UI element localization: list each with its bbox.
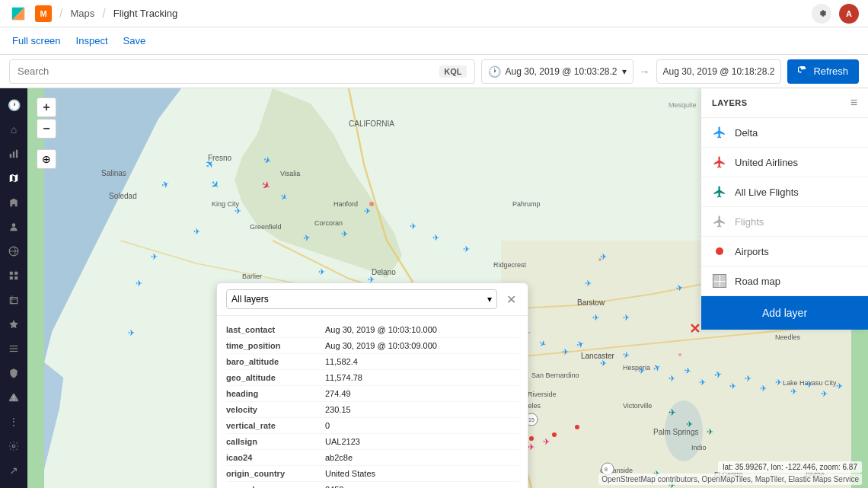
save-link[interactable]: Save xyxy=(123,35,146,46)
svg-text:✈: ✈ xyxy=(341,229,348,238)
popup-val: 0 xyxy=(325,421,330,430)
svg-text:Barstow: Barstow xyxy=(577,298,605,307)
svg-text:✈: ✈ xyxy=(669,407,676,418)
popup-close-button[interactable]: ✕ xyxy=(503,292,519,307)
add-layer-button[interactable]: Add layer xyxy=(701,296,868,330)
popup-key: geo_altitude xyxy=(226,373,325,382)
nav-divider: / xyxy=(59,7,62,21)
sidebar-icon-building[interactable] xyxy=(3,192,24,213)
layer-item-airports[interactable]: Airports xyxy=(701,237,868,266)
popup-row-squawk: squawk 2450 xyxy=(226,482,519,488)
popup-key: velocity xyxy=(226,405,325,414)
sidebar-icon-settings[interactable] xyxy=(3,435,24,457)
popup-row-vertical: vertical_rate 0 xyxy=(226,418,519,434)
layer-label-delta: Delta xyxy=(735,127,758,139)
layer-select[interactable]: All layers ▾ xyxy=(226,289,497,309)
svg-rect-3 xyxy=(13,152,14,158)
svg-text:Victorville: Victorville xyxy=(623,402,652,410)
zoom-out-button[interactable]: − xyxy=(37,119,56,139)
sidebar-icon-dots[interactable]: ⋮ xyxy=(3,411,24,432)
svg-rect-8 xyxy=(14,272,18,275)
svg-text:✈: ✈ xyxy=(193,227,200,236)
time-filter-end[interactable]: Aug 30, 2019 @ 10:18:28.2 xyxy=(656,59,782,84)
layer-label-united: United Airlines xyxy=(735,157,798,168)
svg-text:✈: ✈ xyxy=(775,378,782,387)
layer-item-flights[interactable]: Flights xyxy=(701,207,868,237)
svg-text:✈: ✈ xyxy=(836,381,843,391)
popup-row-country: origin_country United States xyxy=(226,466,519,482)
svg-point-69 xyxy=(575,425,579,429)
sidebar-icon-shield[interactable] xyxy=(3,362,24,384)
page-title: Flight Tracking xyxy=(113,8,178,19)
sidebar-icon-book[interactable] xyxy=(3,289,24,311)
layers-menu-icon[interactable]: ≡ xyxy=(850,96,857,110)
popup-key: callsign xyxy=(226,437,325,446)
search-input[interactable] xyxy=(18,65,439,77)
popup-val: UAL2123 xyxy=(325,437,360,446)
popup-row-time-position: time_position Aug 30, 2019 @ 10:03:09.00… xyxy=(226,338,519,354)
popup-row-heading: heading 274.49 xyxy=(226,386,519,402)
refresh-button[interactable]: Refresh xyxy=(787,59,859,84)
user-avatar[interactable]: A xyxy=(839,4,859,24)
svg-text:✈: ✈ xyxy=(235,206,241,215)
popup-key: origin_country xyxy=(226,469,325,478)
sidebar-icon-grid[interactable] xyxy=(3,265,24,286)
layer-item-roadmap[interactable]: Road map xyxy=(701,266,868,296)
fullscreen-link[interactable]: Full screen xyxy=(12,35,61,46)
zoom-in-button[interactable]: + xyxy=(37,97,56,117)
svg-point-67 xyxy=(529,436,534,441)
svg-text:✈: ✈ xyxy=(760,384,767,393)
svg-rect-12 xyxy=(10,348,18,349)
compass-control[interactable]: ⊕ xyxy=(37,149,56,169)
svg-text:✈: ✈ xyxy=(318,267,325,276)
svg-text:✈: ✈ xyxy=(729,381,736,391)
layer-item-all-live[interactable]: All Live Flights xyxy=(701,177,868,207)
svg-text:✈: ✈ xyxy=(432,233,439,242)
kql-badge[interactable]: KQL xyxy=(439,65,466,78)
layers-title: LAYERS xyxy=(712,98,748,107)
svg-text:✈: ✈ xyxy=(638,366,645,375)
sidebar-icon-star[interactable] xyxy=(3,314,24,335)
svg-text:Corcoran: Corcoran xyxy=(314,219,343,227)
sidebar-icon-map[interactable] xyxy=(3,167,24,189)
layer-item-united[interactable]: United Airlines xyxy=(701,148,868,177)
popup-key: squawk xyxy=(226,485,325,488)
app-icon: M xyxy=(35,5,52,22)
popup-key: time_position xyxy=(226,341,325,350)
svg-text:Lancaster: Lancaster xyxy=(581,352,615,360)
svg-text:✈: ✈ xyxy=(585,279,592,288)
svg-rect-11 xyxy=(10,346,18,346)
svg-text:CALIFORNIA: CALIFORNIA xyxy=(349,120,394,128)
popup-row-geo: geo_altitude 11,574.78 xyxy=(226,370,519,386)
plane-icon-delta xyxy=(712,125,727,140)
svg-point-16 xyxy=(12,445,15,448)
layer-item-delta[interactable]: Delta xyxy=(701,118,868,148)
popup-val: Aug 30, 2019 @ 10:03:09.000 xyxy=(325,341,437,350)
sidebar-icon-arrow[interactable]: ↗ xyxy=(3,460,24,481)
svg-text:✈: ✈ xyxy=(707,427,713,436)
sidebar-icon-home[interactable]: ⌂ xyxy=(3,119,24,140)
popup-key: baro_altitude xyxy=(226,357,325,366)
sidebar-icon-globe[interactable] xyxy=(3,241,24,262)
sidebar-icon-alert[interactable] xyxy=(3,387,24,408)
svg-text:Indio: Indio xyxy=(691,444,707,451)
settings-button[interactable] xyxy=(812,4,831,24)
svg-text:Palm Springs: Palm Springs xyxy=(653,428,698,436)
map-area[interactable]: Salinas Soledad Fresno CALIFORNIA King C… xyxy=(27,88,868,488)
sidebar-icon-list[interactable] xyxy=(3,338,24,359)
sidebar-icon-person[interactable] xyxy=(3,216,24,238)
svg-text:8: 8 xyxy=(605,467,608,472)
svg-text:Barlier: Barlier xyxy=(242,273,262,280)
svg-text:Soledad: Soledad xyxy=(109,192,137,200)
inspect-link[interactable]: Inspect xyxy=(76,35,108,46)
search-wrap: KQL xyxy=(9,59,475,84)
nav-maps[interactable]: Maps xyxy=(70,8,94,19)
sidebar-icon-chart[interactable] xyxy=(3,143,24,164)
sidebar-icon-clock[interactable]: 🕐 xyxy=(3,94,24,116)
svg-text:✕: ✕ xyxy=(689,321,700,336)
svg-text:✈: ✈ xyxy=(410,222,416,231)
svg-rect-7 xyxy=(10,272,13,275)
time-filter-start[interactable]: 🕐 Aug 30, 2019 @ 10:03:28.2 ▾ xyxy=(481,59,633,84)
top-bar: M / Maps / Flight Tracking A xyxy=(0,0,868,27)
svg-text:✈: ✈ xyxy=(623,313,630,322)
